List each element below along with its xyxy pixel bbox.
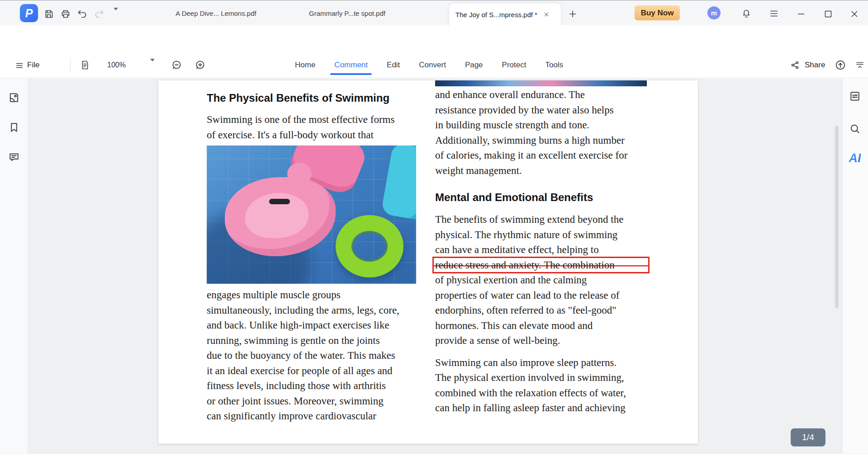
- text-line: engages multiple muscle groups: [207, 287, 419, 303]
- pool-floats-photo: [207, 146, 416, 284]
- paragraph: Swimming is one of the most effective fo…: [207, 112, 419, 142]
- flamingo-float-handle: [269, 199, 290, 204]
- comment-panel-icon[interactable]: [8, 151, 20, 164]
- document-tab-active[interactable]: The Joy of S...mpress.pdf *: [449, 3, 561, 26]
- text-line: can significantly improve cardiovascular: [207, 408, 419, 424]
- zoom-level-value[interactable]: 100%: [107, 61, 126, 69]
- text-line: hormones. This can elevate mood and: [435, 318, 647, 333]
- tab-edit[interactable]: Edit: [387, 60, 400, 70]
- document-tab[interactable]: Grammarly P...te spot.pdf: [285, 0, 409, 26]
- tab-tools[interactable]: Tools: [545, 60, 563, 70]
- text-line: and enhance overall endurance. The: [435, 87, 647, 103]
- app-menu-icon[interactable]: [768, 8, 779, 19]
- file-menu-label[interactable]: File: [27, 61, 39, 70]
- tab-home[interactable]: Home: [295, 60, 315, 70]
- text-line: or other joint issues. Moreover, swimmin…: [207, 394, 419, 409]
- avatar[interactable]: m: [707, 6, 721, 19]
- left-column: The Physical Benefits of Swimming Swimmi…: [207, 90, 419, 424]
- properties-panel-icon[interactable]: [849, 90, 861, 103]
- text-line: and back. Unlike high-impact exercises l…: [207, 318, 419, 333]
- divider: [70, 58, 71, 73]
- text-line: can help in falling asleep faster and ac…: [435, 400, 647, 416]
- share-icon[interactable]: [790, 60, 801, 70]
- text-line: it an ideal exercise for people of all a…: [207, 363, 419, 379]
- text-line: endorphins, often referred to as "feel-g…: [435, 303, 647, 318]
- section-heading: Mental and Emotional Benefits: [435, 190, 647, 205]
- close-window-icon[interactable]: [849, 9, 860, 19]
- cyan-inflatable: [381, 146, 416, 221]
- zoom-in-icon[interactable]: [194, 59, 206, 71]
- ribbon-menu: Home Comment Edit Convert Page Protect T…: [295, 60, 563, 70]
- new-tab-icon[interactable]: [568, 9, 577, 19]
- text-line: properties of water can lead to the rele…: [435, 288, 647, 303]
- tab-comment[interactable]: Comment: [334, 60, 368, 70]
- text-line: The physical exertion involved in swimmi…: [435, 370, 647, 385]
- text-line: Swimming can also improve sleep patterns…: [435, 355, 647, 371]
- tab-convert[interactable]: Convert: [419, 60, 446, 70]
- file-menu-icon[interactable]: [15, 61, 24, 70]
- text-line: of physical exertion and the calming: [435, 272, 647, 288]
- notifications-bell-icon[interactable]: [741, 8, 752, 19]
- redo-icon[interactable]: [94, 9, 104, 19]
- text-line: Additionally, swimming burns a high numb…: [435, 133, 647, 148]
- pool-photo-edge: [435, 80, 647, 86]
- paragraph: Swimming can also improve sleep patterns…: [435, 355, 647, 416]
- text-line: running, swimming is gentle on the joint…: [207, 333, 419, 348]
- maximize-icon[interactable]: [823, 9, 834, 19]
- print-icon[interactable]: [60, 9, 71, 19]
- section-heading: The Physical Benefits of Swimming: [207, 90, 419, 106]
- text-line: of calories, making it an excellent exer…: [435, 148, 647, 163]
- text-line: The benefits of swimming extend beyond t…: [435, 212, 647, 227]
- tab-protect[interactable]: Protect: [502, 60, 526, 70]
- tab-title: A Deep Dive... Lemons.pdf: [175, 9, 256, 17]
- collapse-toolbar-icon[interactable]: [854, 60, 865, 70]
- text-line: can have a meditative effect, helping to: [435, 242, 647, 258]
- history-dropdown-icon[interactable]: [114, 10, 118, 19]
- undo-icon[interactable]: [77, 9, 88, 19]
- text-line: resistance provided by the water also he…: [435, 103, 647, 118]
- page-display-icon[interactable]: [80, 60, 90, 70]
- title-bar: P A Deep Dive... Lemons.pdf Grammarly P.…: [0, 0, 868, 25]
- close-tab-icon[interactable]: [544, 12, 549, 17]
- text-line: combined with the relaxation effects of …: [435, 385, 647, 401]
- ribbon: File 100% Home Comment Edit Convert Page…: [0, 25, 868, 78]
- zoom-dropdown-icon[interactable]: [150, 61, 155, 70]
- right-column: and enhance overall endurance. Theresist…: [435, 80, 647, 416]
- text-line: physical. The rhythmic nature of swimmin…: [435, 227, 647, 243]
- text-line: provide a sense of well-being.: [435, 333, 647, 348]
- text-line: simultaneously, including the arms, legs…: [207, 303, 419, 318]
- page-indicator-badge: 1/4: [791, 428, 825, 446]
- text-line: fitness levels, including those with art…: [207, 378, 419, 394]
- paragraph: The benefits of swimming extend beyond t…: [435, 212, 647, 348]
- green-swim-ring: [336, 215, 403, 277]
- tab-title: The Joy of S...mpress.pdf *: [455, 11, 537, 19]
- pdfelement-logo: P: [20, 4, 38, 22]
- save-icon[interactable]: [43, 9, 54, 19]
- zoom-out-icon[interactable]: [171, 59, 183, 71]
- text-line: due to the buoyancy of the water. This m…: [207, 348, 419, 363]
- tab-page[interactable]: Page: [465, 60, 483, 70]
- paragraph: engages multiple muscle groupssimultaneo…: [207, 287, 419, 424]
- text-line: weight management.: [435, 163, 647, 178]
- vertical-scrollbar[interactable]: [835, 126, 839, 308]
- text-line: reduce stress and anxiety. The combinati…: [432, 257, 650, 274]
- paragraph: and enhance overall endurance. Theresist…: [435, 87, 647, 178]
- status-bar: [0, 453, 868, 460]
- tab-title: Grammarly P...te spot.pdf: [309, 9, 385, 17]
- text-line: of exercise. It's a full-body workout th…: [207, 127, 419, 143]
- pdf-page[interactable]: The Physical Benefits of Swimming Swimmi…: [158, 80, 698, 444]
- buy-now-button[interactable]: Buy Now: [635, 5, 680, 20]
- cloud-upload-icon[interactable]: [835, 59, 846, 71]
- text-line: in building muscle strength and tone.: [435, 117, 647, 133]
- thumbnail-panel-icon[interactable]: [8, 91, 20, 104]
- document-tab[interactable]: A Deep Dive... Lemons.pdf: [154, 0, 278, 26]
- left-panel-rail: [0, 79, 28, 453]
- search-icon[interactable]: [849, 122, 861, 135]
- text-line: Swimming is one of the most effective fo…: [207, 112, 419, 127]
- share-label[interactable]: Share: [805, 61, 825, 70]
- flamingo-float-head: [287, 163, 312, 185]
- minimize-icon[interactable]: [796, 9, 806, 19]
- bookmark-panel-icon[interactable]: [8, 121, 20, 134]
- ai-assistant-icon[interactable]: AI: [849, 151, 861, 165]
